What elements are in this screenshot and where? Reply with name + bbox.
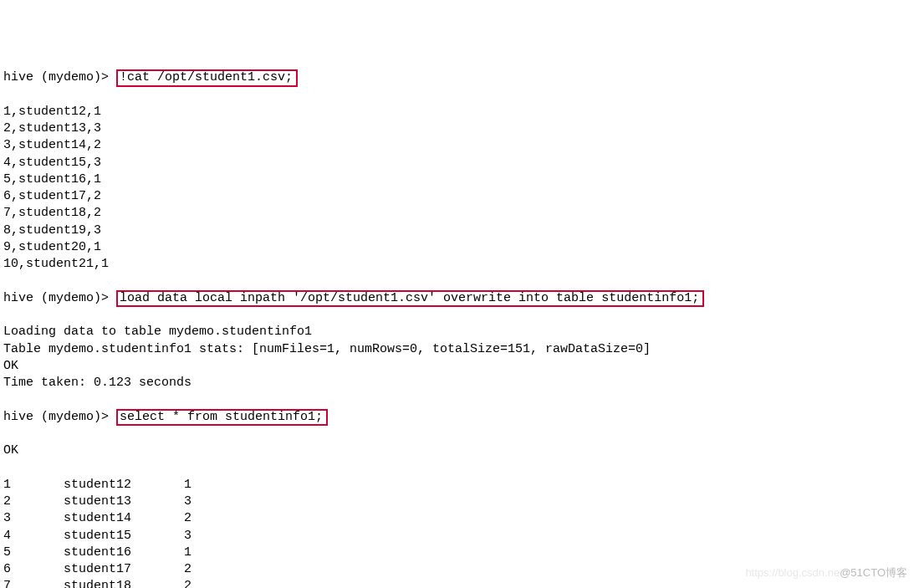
prompt-line-1: hive (mydemo)> !cat /opt/student1.csv;: [3, 69, 911, 87]
table-row: 2 student13 3: [3, 493, 911, 510]
prompt-line-3: hive (mydemo)> select * from studentinfo…: [3, 409, 911, 427]
watermark-left: https://blog.csdn.ne: [745, 566, 840, 579]
csv-row: 9,student20,1: [3, 239, 911, 256]
load-output-line: Loading data to table mydemo.studentinfo…: [3, 324, 911, 340]
command-select: select * from studentinfo1;: [116, 409, 328, 427]
csv-row: 3,student14,2: [3, 137, 911, 154]
table-row: 4 student15 3: [3, 528, 911, 545]
command-cat: !cat /opt/student1.csv;: [116, 69, 298, 87]
prompt-2: hive (mydemo)>: [3, 291, 116, 305]
watermark-right: @51CTO博客: [840, 566, 907, 579]
load-output: Loading data to table mydemo.studentinfo…: [3, 324, 911, 391]
table-row: 5 student16 1: [3, 545, 911, 561]
load-output-line: Time taken: 0.123 seconds: [3, 375, 911, 391]
table-row: 1 student12 1: [3, 477, 911, 493]
prompt-1: hive (mydemo)>: [3, 70, 116, 84]
csv-row: 7,student18,2: [3, 205, 911, 222]
csv-row: 10,student21,1: [3, 256, 911, 273]
csv-row: 6,student17,2: [3, 188, 911, 205]
csv-row: 4,student15,3: [3, 155, 911, 171]
watermark: https://blog.csdn.ne@51CTO博客: [745, 565, 907, 580]
csv-row: 8,student19,3: [3, 222, 911, 239]
load-output-line: Table mydemo.studentinfo1 stats: [numFil…: [3, 341, 911, 358]
prompt-line-2: hive (mydemo)> load data local inpath '/…: [3, 290, 911, 308]
table-row: 3 student14 2: [3, 510, 911, 527]
csv-row: 2,student13,3: [3, 120, 911, 137]
csv-row: 5,student16,1: [3, 171, 911, 188]
load-output-line: OK: [3, 358, 911, 375]
command-load: load data local inpath '/opt/student1.cs…: [116, 290, 704, 308]
prompt-3: hive (mydemo)>: [3, 410, 116, 424]
csv-output: 1,student12,12,student13,33,student14,24…: [3, 104, 911, 274]
csv-row: 1,student12,1: [3, 104, 911, 120]
select-ok: OK: [3, 442, 911, 459]
